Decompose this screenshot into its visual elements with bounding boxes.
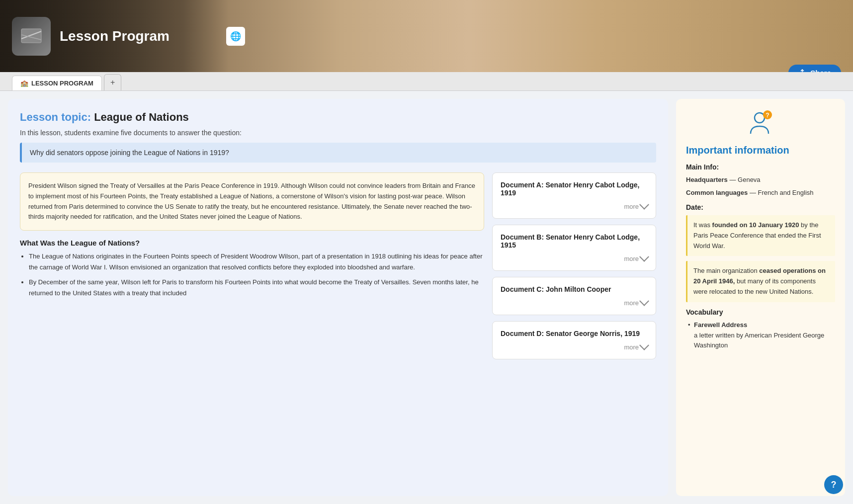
tab-bar: 🏫 LESSON PROGRAM +: [0, 72, 853, 91]
vocab-item: Farewell Address a letter written by Ame…: [686, 320, 835, 351]
svg-point-4: [755, 113, 765, 123]
main-info-header: Main Info:: [686, 163, 835, 171]
languages-dash: —: [750, 189, 758, 196]
date-box-1-bold: founded on 10 January 1920: [712, 221, 799, 229]
vocabulary-section: Vocabulary Farewell Address a letter wri…: [686, 308, 835, 351]
vocab-term: Farewell Address: [694, 321, 747, 329]
lesson-topic-value: League of Nations: [94, 111, 189, 123]
background-text: President Wilson signed the Treaty of Ve…: [28, 182, 475, 220]
doc-card-b-title: Document B: Senator Henry Cabot Lodge, 1…: [501, 233, 648, 249]
background-info-box: President Wilson signed the Treaty of Ve…: [20, 172, 484, 231]
header-content: Lesson Program: [0, 0, 853, 72]
left-panel: Lesson topic: League of Nations In this …: [8, 99, 668, 496]
translate-icon: 🌐: [230, 31, 241, 42]
right-column: Document A: Senator Henry Cabot Lodge, 1…: [492, 172, 656, 359]
date-box-2: The main organization ceased operations …: [686, 261, 835, 302]
logo-box: [12, 17, 51, 56]
logo-image: [12, 17, 51, 56]
chevron-down-icon: [639, 252, 649, 261]
header: Lesson Program 🌐 Share: [0, 0, 853, 72]
chevron-down-icon: [639, 199, 649, 209]
chevron-down-icon: [639, 340, 649, 350]
doc-card-d-more[interactable]: more: [501, 343, 648, 351]
content-columns: President Wilson signed the Treaty of Ve…: [20, 172, 656, 359]
doc-card-c-title: Document C: John Milton Cooper: [501, 285, 648, 293]
headquarters-label: Headquarters: [686, 176, 728, 183]
person-icon: ?: [746, 109, 775, 139]
languages-row: Common languages — French and English: [686, 188, 835, 198]
doc-card-d: Document D: Senator George Norris, 1919 …: [492, 321, 656, 359]
doc-card-a-title: Document A: Senator Henry Cabot Lodge, 1…: [501, 181, 648, 197]
tab-emoji: 🏫: [20, 80, 28, 87]
info-panel-title: Important information: [686, 145, 835, 156]
translate-button[interactable]: 🌐: [226, 27, 245, 46]
vocabulary-title: Vocabulary: [686, 308, 835, 316]
lesson-question: Why did senators oppose joining the Leag…: [20, 143, 656, 163]
list-item: The League of Nations originates in the …: [29, 251, 484, 273]
tab-add-button[interactable]: +: [104, 74, 121, 90]
bullet-list: The League of Nations originates in the …: [20, 251, 484, 299]
tab-label: LESSON PROGRAM: [31, 80, 93, 87]
header-title: Lesson Program: [60, 28, 170, 44]
languages-value: French and English: [758, 189, 814, 196]
date-box-1: It was founded on 10 January 1920 by the…: [686, 215, 835, 256]
doc-card-a-more[interactable]: more: [501, 203, 648, 210]
share-icon: [798, 69, 806, 73]
share-label: Share: [810, 69, 831, 72]
share-button[interactable]: Share: [788, 65, 841, 72]
left-column: President Wilson signed the Treaty of Ve…: [20, 172, 484, 359]
headquarters-dash: —: [729, 176, 738, 183]
date-box-2-bold: ceased operations on 20 April 1946,: [693, 267, 826, 285]
vocab-definition: a letter written by American President G…: [694, 332, 824, 349]
lesson-topic-heading: Lesson topic: League of Nations: [20, 111, 656, 124]
list-item: By December of the same year, Wilson lef…: [29, 277, 484, 299]
lesson-description: In this lesson, students examine five do…: [20, 129, 656, 137]
chevron-down-icon: [639, 296, 649, 306]
main-layout: Lesson topic: League of Nations In this …: [0, 91, 853, 504]
date-header: Date:: [686, 203, 835, 211]
logo-icon: [19, 24, 44, 49]
help-button[interactable]: ?: [824, 475, 843, 494]
headquarters-row: Headquarters — Geneva: [686, 175, 835, 185]
languages-label: Common languages: [686, 189, 748, 196]
lesson-topic-label: Lesson topic:: [20, 111, 91, 123]
section-title: What Was the League of Nations?: [20, 239, 484, 247]
info-panel-icon-area: ?: [686, 109, 835, 139]
headquarters-value: Geneva: [738, 176, 761, 183]
doc-card-b-more[interactable]: more: [501, 255, 648, 262]
doc-card-c-more[interactable]: more: [501, 299, 648, 307]
doc-card-d-title: Document D: Senator George Norris, 1919: [501, 330, 648, 337]
help-icon: ?: [831, 480, 837, 490]
doc-card-c: Document C: John Milton Cooper more: [492, 277, 656, 315]
tab-lesson-program[interactable]: 🏫 LESSON PROGRAM: [12, 76, 102, 90]
doc-card-b: Document B: Senator Henry Cabot Lodge, 1…: [492, 225, 656, 271]
doc-card-a: Document A: Senator Henry Cabot Lodge, 1…: [492, 172, 656, 219]
svg-text:?: ?: [766, 112, 769, 119]
info-panel: ? Important information Main Info: Headq…: [676, 99, 845, 496]
